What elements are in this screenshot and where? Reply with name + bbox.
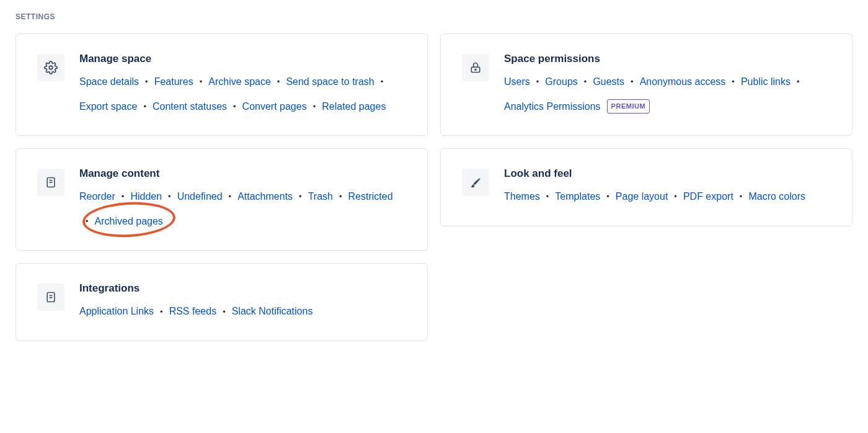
separator: • bbox=[584, 78, 587, 86]
card-space-permissions: Space permissions Users• Groups• Guests•… bbox=[440, 33, 852, 136]
separator: • bbox=[200, 78, 203, 86]
link-groups[interactable]: Groups bbox=[545, 74, 577, 90]
link-export-space[interactable]: Export space bbox=[79, 99, 137, 115]
link-users[interactable]: Users bbox=[504, 74, 530, 90]
link-hidden[interactable]: Hidden bbox=[130, 189, 162, 205]
link-undefined[interactable]: Undefined bbox=[177, 189, 223, 205]
premium-badge: PREMIUM bbox=[607, 99, 650, 114]
link-related-pages[interactable]: Related pages bbox=[322, 99, 386, 115]
gear-icon bbox=[37, 54, 64, 81]
brush-icon bbox=[462, 169, 489, 196]
link-restricted[interactable]: Restricted bbox=[348, 189, 393, 205]
link-trash[interactable]: Trash bbox=[308, 189, 333, 205]
links-look-and-feel: Themes• Templates• Page layout• PDF expo… bbox=[504, 189, 831, 205]
link-reorder[interactable]: Reorder bbox=[79, 189, 115, 205]
page-icon bbox=[37, 169, 64, 196]
separator: • bbox=[86, 217, 89, 225]
separator: • bbox=[732, 78, 735, 86]
integrations-icon bbox=[37, 283, 64, 311]
separator: • bbox=[299, 192, 302, 200]
link-slack-notifications[interactable]: Slack Notifications bbox=[232, 303, 313, 319]
separator: • bbox=[229, 192, 232, 200]
separator: • bbox=[233, 102, 236, 110]
svg-point-0 bbox=[49, 66, 53, 69]
link-public-links[interactable]: Public links bbox=[741, 74, 790, 90]
links-manage-content: Reorder• Hidden• Undefined• Attachments•… bbox=[79, 189, 406, 229]
link-rss-feeds[interactable]: RSS feeds bbox=[169, 303, 216, 319]
card-title-space-permissions: Space permissions bbox=[504, 53, 831, 65]
separator: • bbox=[122, 192, 125, 200]
separator: • bbox=[536, 78, 539, 86]
card-title-integrations: Integrations bbox=[79, 282, 406, 295]
link-page-layout[interactable]: Page layout bbox=[616, 189, 668, 205]
separator: • bbox=[160, 308, 163, 316]
card-title-manage-space: Manage space bbox=[79, 53, 406, 65]
card-title-manage-content: Manage content bbox=[79, 167, 406, 180]
card-title-look-and-feel: Look and feel bbox=[504, 167, 831, 180]
settings-label: SETTINGS bbox=[16, 12, 852, 21]
link-space-details[interactable]: Space details bbox=[79, 74, 139, 90]
card-manage-space: Manage space Space details• Features• Ar… bbox=[16, 33, 428, 136]
separator: • bbox=[313, 102, 316, 110]
separator: • bbox=[277, 78, 280, 86]
link-send-to-trash[interactable]: Send space to trash bbox=[286, 74, 374, 90]
link-features[interactable]: Features bbox=[154, 74, 193, 90]
separator: • bbox=[223, 308, 226, 316]
settings-cards-grid: Manage space Space details• Features• Ar… bbox=[16, 33, 852, 341]
link-content-statuses[interactable]: Content statuses bbox=[153, 99, 227, 115]
link-archive-space[interactable]: Archive space bbox=[208, 74, 271, 90]
separator: • bbox=[143, 102, 146, 110]
link-templates[interactable]: Templates bbox=[555, 189, 600, 205]
separator: • bbox=[168, 192, 171, 200]
links-space-permissions: Users• Groups• Guests• Anonymous access•… bbox=[504, 74, 831, 114]
link-analytics-permissions[interactable]: Analytics Permissions bbox=[504, 99, 601, 115]
link-archived-pages[interactable]: Archived pages bbox=[95, 213, 163, 230]
separator: • bbox=[797, 78, 800, 86]
svg-point-2 bbox=[475, 69, 476, 70]
separator: • bbox=[546, 192, 549, 200]
link-macro-colors[interactable]: Macro colors bbox=[748, 189, 805, 205]
separator: • bbox=[631, 78, 634, 86]
link-anonymous-access[interactable]: Anonymous access bbox=[640, 74, 726, 90]
link-themes[interactable]: Themes bbox=[504, 189, 540, 205]
link-guests[interactable]: Guests bbox=[593, 74, 624, 90]
separator: • bbox=[606, 192, 609, 200]
separator: • bbox=[740, 192, 743, 200]
link-attachments[interactable]: Attachments bbox=[237, 189, 293, 205]
separator: • bbox=[674, 192, 677, 200]
card-integrations: Integrations Application Links• RSS feed… bbox=[16, 263, 428, 341]
separator: • bbox=[145, 78, 148, 86]
separator: • bbox=[381, 78, 384, 86]
separator: • bbox=[339, 192, 342, 200]
card-manage-content: Manage content Reorder• Hidden• Undefine… bbox=[16, 148, 428, 251]
highlight-circle bbox=[81, 200, 176, 239]
links-integrations: Application Links• RSS feeds• Slack Noti… bbox=[79, 303, 406, 319]
card-look-and-feel: Look and feel Themes• Templates• Page la… bbox=[440, 148, 852, 226]
link-convert-pages[interactable]: Convert pages bbox=[242, 99, 307, 115]
link-pdf-export[interactable]: PDF export bbox=[683, 189, 733, 205]
links-manage-space: Space details• Features• Archive space• … bbox=[79, 74, 406, 114]
link-application-links[interactable]: Application Links bbox=[79, 303, 154, 319]
lock-icon bbox=[462, 54, 489, 81]
